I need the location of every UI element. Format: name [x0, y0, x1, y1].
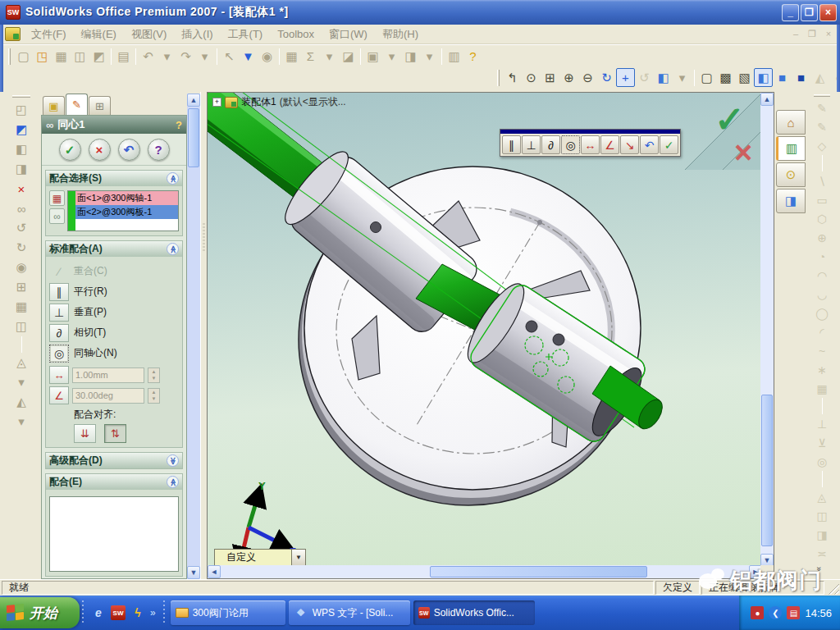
toolbar-handle[interactable]	[12, 95, 30, 98]
viewport-vertical-scrollbar[interactable]: ▲ ▼	[760, 93, 774, 567]
undo-mate-button[interactable]: ↶	[640, 135, 659, 154]
help-icon[interactable]: ?	[463, 47, 482, 66]
panel-help-icon[interactable]: ?	[176, 119, 182, 131]
flip-alignment-button[interactable]: ↘	[620, 135, 639, 154]
new-icon[interactable]: ▢	[14, 47, 33, 66]
save-icon[interactable]: ▦	[52, 47, 71, 66]
mirror-components-icon[interactable]: ◫	[11, 317, 32, 336]
toolbar-overflow-icon[interactable]: »	[815, 567, 824, 572]
line-icon[interactable]: ∖	[812, 171, 832, 190]
selection-item-2[interactable]: 面<2>@300阀板-1	[75, 205, 178, 219]
mate-tangent[interactable]: ∂ 相切(T)	[49, 322, 179, 343]
mates-header[interactable]: 配合(E) ≫	[46, 474, 182, 490]
change-transparency-icon[interactable]: ◧	[11, 139, 32, 159]
angle-mate-button[interactable]: ∠	[600, 135, 619, 154]
solidworks-icon[interactable]: SW	[111, 605, 126, 620]
solidworks-resources-icon[interactable]: ▣	[363, 47, 382, 66]
move-component-icon[interactable]: ↻	[11, 238, 32, 258]
assembly-features-icon[interactable]: ⊞	[11, 277, 32, 297]
tangent-mate-button[interactable]: ∂	[541, 135, 560, 154]
toolbar-handle[interactable]	[497, 70, 500, 86]
maximize-button[interactable]: ❐	[801, 4, 818, 21]
angle-spinner[interactable]: ▲▼	[148, 388, 160, 404]
aligned-button[interactable]: ⇊	[74, 424, 96, 443]
tab-solidworks-resources[interactable]: ⌂	[776, 110, 806, 135]
edit-component-icon[interactable]: ×	[11, 179, 32, 199]
scroll-up-icon[interactable]: ▲	[187, 94, 200, 107]
accept-mate-button[interactable]: ✓	[660, 135, 678, 154]
standard-views-dropdown-icon[interactable]: ▾	[673, 68, 692, 87]
internet-explorer-icon[interactable]: e	[91, 605, 106, 620]
shaded-icon[interactable]: ■	[773, 68, 792, 87]
standard-mates-header[interactable]: 标准配合(A) ≫	[46, 241, 182, 257]
distance-spinner[interactable]: ▲▼	[148, 368, 160, 383]
parabola-icon[interactable]: ◜	[812, 322, 832, 341]
expand-chevron-icon[interactable]: ≫	[167, 454, 179, 467]
zoom-to-selection-icon[interactable]: ⊖	[578, 68, 597, 87]
smart-dimension-icon[interactable]: ◇	[812, 136, 832, 155]
component-preview-icon[interactable]: ◨	[11, 159, 32, 179]
menu-edit[interactable]: 编辑(E)	[74, 25, 124, 44]
tab-search[interactable]: ◨	[776, 189, 806, 213]
insert-component-icon[interactable]: ◰	[11, 100, 32, 120]
distance-mate-button[interactable]: ↔	[581, 135, 600, 154]
trim-entities-icon[interactable]: ◨	[812, 525, 832, 544]
point-icon[interactable]: ∗	[812, 360, 832, 379]
viewport-horizontal-scrollbar[interactable]: ◄ ►	[208, 565, 762, 578]
toolbar-handle[interactable]	[8, 48, 11, 65]
offset-entities-icon[interactable]: ◫	[812, 506, 832, 525]
polygon-icon[interactable]: ⬡	[812, 209, 832, 228]
scrollbar-thumb[interactable]	[430, 566, 647, 578]
sketch-icon[interactable]: ✎	[812, 98, 832, 117]
redo-icon[interactable]: ↷	[176, 47, 195, 66]
multiple-mate-mode-icon[interactable]: ∞	[49, 208, 65, 224]
redo-dropdown-icon[interactable]: ▾	[195, 47, 214, 66]
flash-tool-icon[interactable]: ϟ	[130, 605, 145, 620]
plane-icon[interactable]: ⊥	[812, 414, 832, 433]
tray-icon-messenger[interactable]: ❮	[769, 606, 782, 619]
menu-insert[interactable]: 插入(I)	[174, 25, 220, 44]
parallel-mate-button[interactable]: ∥	[502, 135, 521, 154]
taskbar-item-folder[interactable]: 300阀门论用	[171, 600, 285, 625]
view-previous-icon[interactable]: ↰	[503, 68, 522, 87]
measure-icon[interactable]: Σ	[301, 47, 320, 66]
print-icon[interactable]: ▤	[114, 47, 133, 66]
tangent-arc-icon[interactable]: ◠	[812, 266, 832, 285]
model-canvas[interactable]: + 装配体1 (默认<显示状... ∥ ⊥ ∂ ◎ ↔ ∠ ↘ ↶ ✓	[208, 93, 762, 567]
make-drawing-icon[interactable]: ◫	[71, 47, 89, 66]
shaded-with-edges-icon[interactable]: ◧	[754, 68, 773, 87]
tab-file-explorer[interactable]: ⊙	[776, 162, 806, 187]
scroll-up-icon[interactable]: ▲	[760, 93, 774, 106]
child-close-button[interactable]: ×	[822, 29, 835, 39]
axis-icon[interactable]: ⊻	[812, 433, 832, 452]
tray-icon-antivirus[interactable]: ●	[751, 606, 764, 619]
ellipse-icon[interactable]: ◯	[812, 304, 832, 322]
mass-properties-icon[interactable]: ◪	[339, 47, 358, 66]
anti-aligned-button[interactable]: ⇅	[104, 424, 126, 443]
scrollbar-thumb[interactable]	[761, 395, 773, 546]
mate-concentric[interactable]: ◎ 同轴心(N)	[49, 343, 179, 363]
undo-icon[interactable]: ↶	[139, 47, 158, 66]
tree-item-label[interactable]: 装配体1	[241, 95, 276, 109]
tab-featuremanager-tree[interactable]: ▣	[43, 96, 65, 115]
rotate-view-icon[interactable]: ↻	[597, 68, 616, 87]
mirror-entities-icon[interactable]: ≍	[812, 544, 832, 563]
convert-entities-icon[interactable]: ◬	[812, 487, 832, 506]
rotate-component-icon[interactable]: ↺	[11, 218, 32, 238]
distance-input[interactable]	[72, 368, 144, 383]
circle-icon[interactable]: ⊕	[812, 228, 832, 247]
smart-fasteners-icon[interactable]: ◉	[11, 258, 32, 277]
mate-icon[interactable]: ∞	[11, 199, 32, 218]
hatch-icon[interactable]: ▦	[812, 379, 832, 398]
start-button[interactable]: 开始	[0, 597, 80, 628]
scroll-down-icon[interactable]: ▼	[187, 566, 200, 579]
child-minimize-button[interactable]: –	[789, 29, 802, 39]
tray-icon-notes[interactable]: ▤	[787, 606, 800, 619]
zoom-to-area-icon[interactable]: ⊞	[541, 68, 559, 87]
tab-design-library[interactable]: ▥	[776, 136, 806, 161]
menu-tools[interactable]: 工具(T)	[221, 25, 271, 44]
concentric-mate-button[interactable]: ◎	[561, 135, 580, 154]
toolbar-handle[interactable]	[814, 94, 830, 97]
linear-component-pattern-icon[interactable]: ▦	[11, 297, 32, 317]
menu-toolbox[interactable]: Toolbox	[270, 25, 322, 43]
